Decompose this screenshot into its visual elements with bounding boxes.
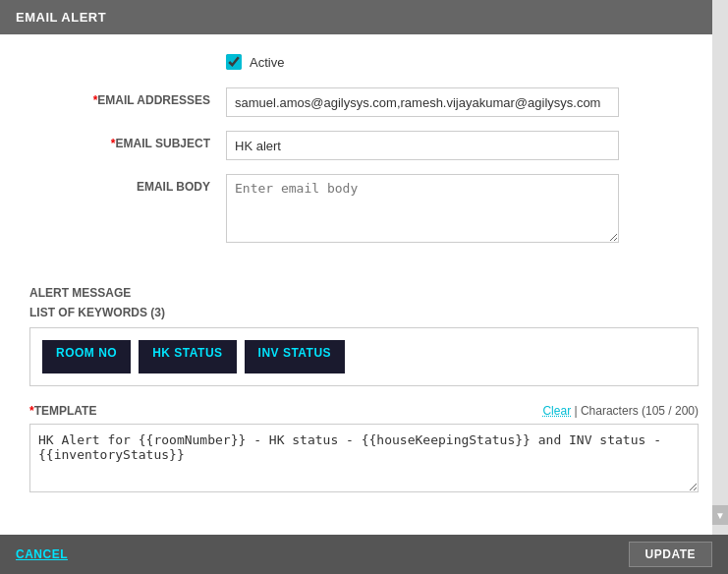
template-meta: Clear | Characters (105 / 200) [542,404,699,418]
characters-count: Characters (105 / 200) [581,404,699,418]
keyword-tag-inv-status: INV STATUS [245,340,346,373]
template-header: *TEMPLATE Clear | Characters (105 / 200) [29,404,699,418]
template-section: *TEMPLATE Clear | Characters (105 / 200)… [0,404,728,496]
template-textarea[interactable]: HK Alert for {{roomNumber}} - HK status … [29,424,699,492]
active-label: Active [250,55,284,70]
email-body-row: EMAIL BODY [29,174,699,243]
active-row: Active [226,54,699,70]
scrollbar-thumb[interactable]: ▼ [712,505,728,525]
page-header: EMAIL ALERT [0,0,728,34]
template-label: *TEMPLATE [29,404,96,418]
clear-button[interactable]: Clear [542,404,571,418]
alert-message-section-title: ALERT MESSAGE [0,286,728,300]
email-subject-input[interactable] [226,131,619,160]
email-addresses-label: *EMAIL ADDRESSES [29,87,226,107]
email-body-input[interactable] [226,174,619,243]
scrollbar-track: ▼ [712,0,728,535]
main-content: EMAIL ALERT Active *EMAIL ADDRESSES *EMA… [0,0,728,535]
update-button[interactable]: UPDATE [629,542,712,567]
email-body-label: EMAIL BODY [29,174,226,194]
keyword-tag-hk-status: HK STATUS [139,340,236,373]
active-checkbox[interactable] [226,54,242,70]
email-subject-row: *EMAIL SUBJECT [29,131,699,160]
active-checkbox-wrapper: Active [226,54,284,70]
keywords-title: LIST OF KEYWORDS (3) [0,306,728,319]
page-title: EMAIL ALERT [16,10,106,25]
form-area: Active *EMAIL ADDRESSES *EMAIL SUBJECT E… [0,34,728,276]
footer: CANCEL UPDATE [0,535,728,574]
keyword-tag-room-no: ROOM NO [42,340,131,373]
keywords-box: ROOM NO HK STATUS INV STATUS [29,327,699,386]
email-subject-label: *EMAIL SUBJECT [29,131,226,150]
cancel-button[interactable]: CANCEL [16,547,68,561]
email-addresses-input[interactable] [226,87,619,117]
email-addresses-row: *EMAIL ADDRESSES [29,87,699,117]
